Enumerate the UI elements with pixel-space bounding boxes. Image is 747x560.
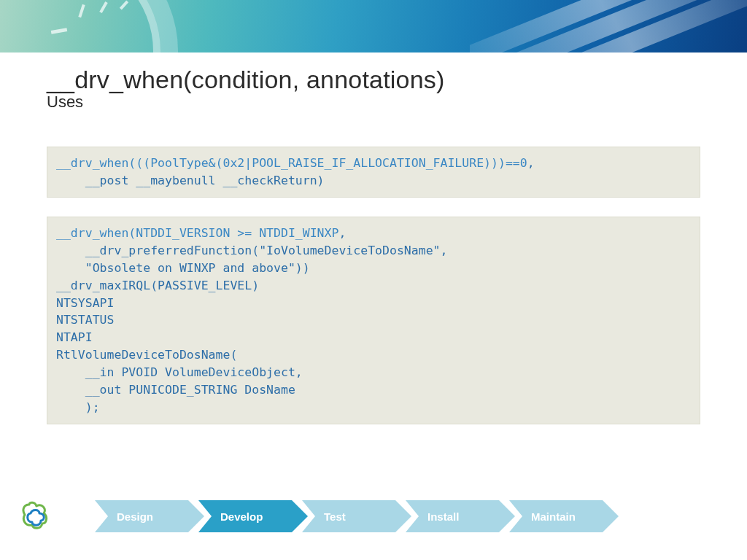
code-line: NTSYSAPI — [56, 296, 114, 310]
code-line: , — [527, 156, 535, 170]
step-label: Develop — [220, 510, 263, 523]
step-maintain: Maintain — [509, 500, 619, 532]
code-block-2: __drv_when(NTDDI_VERSION >= NTDDI_WINXP,… — [47, 217, 700, 424]
slide-content: __drv_when(condition, annotations) Uses … — [0, 52, 747, 424]
code-block-1: __drv_when(((PoolType&(0x2|POOL_RAISE_IF… — [47, 147, 700, 198]
step-develop: Develop — [198, 500, 308, 532]
code-line: NTSTATUS — [56, 313, 114, 327]
code-line: ); — [56, 400, 100, 414]
header-banner — [0, 0, 747, 52]
svg-marker-3 — [406, 500, 515, 532]
slide-title: __drv_when(condition, annotations) — [47, 66, 700, 94]
process-steps: DesignDevelopTestInstallMaintain — [95, 500, 613, 532]
slide-subtitle: Uses — [47, 93, 700, 112]
step-install: Install — [406, 500, 515, 532]
step-test: Test — [302, 500, 411, 532]
footer: DesignDevelopTestInstallMaintain — [0, 493, 747, 538]
code-line: __in PVOID VolumeDeviceObject, — [56, 365, 303, 379]
code-line: __drv_when(NTDDI_VERSION >= NTDDI_WINXP — [56, 226, 338, 240]
step-design: Design — [95, 500, 204, 532]
step-label: Test — [324, 510, 346, 523]
logo-icon — [19, 500, 48, 535]
step-label: Maintain — [531, 510, 576, 523]
code-line: "Obsolete on WINXP and above")) — [56, 261, 310, 275]
code-line: __drv_maxIRQL(PASSIVE_LEVEL) — [56, 279, 259, 292]
code-line: __out PUNICODE_STRING DosName — [56, 383, 295, 397]
svg-marker-2 — [302, 500, 411, 532]
step-label: Install — [427, 510, 459, 523]
step-label: Design — [117, 510, 153, 523]
code-line: RtlVolumeDeviceToDosName( — [56, 348, 237, 362]
code-line: __post __maybenull __checkReturn) — [56, 174, 325, 187]
code-line: , — [338, 226, 346, 240]
code-line: __drv_when(((PoolType&(0x2|POOL_RAISE_IF… — [56, 156, 527, 170]
code-line: NTAPI — [56, 330, 93, 344]
code-line: __drv_preferredFunction("IoVolumeDeviceT… — [56, 244, 447, 257]
